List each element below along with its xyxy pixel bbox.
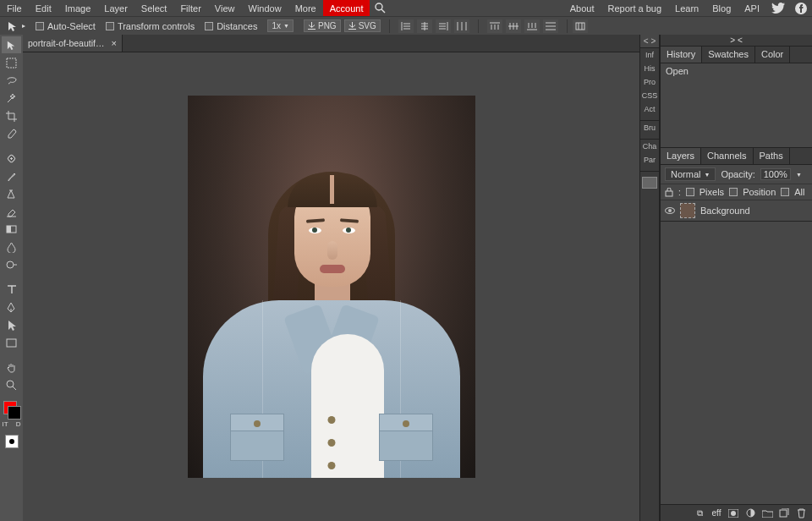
history-row[interactable]: Open [666,65,807,77]
more-align-icon[interactable] [573,19,588,33]
layer-row[interactable]: Background [665,203,808,218]
tool-indicator-icon: ▸ [3,20,29,32]
tab-paths[interactable]: Paths [754,148,790,164]
background-color[interactable] [8,406,21,420]
hand-tool[interactable] [2,359,21,376]
lock-position-checkbox[interactable] [729,188,738,196]
twitter-icon[interactable] [766,3,790,14]
menu-window[interactable]: Window [242,0,288,16]
lock-pixels-checkbox[interactable] [686,188,694,196]
collapsed-brush[interactable]: Bru [640,121,659,134]
pen-tool[interactable] [2,299,21,315]
menu-image[interactable]: Image [58,0,98,16]
layer-effects-icon[interactable]: eff [710,508,722,518]
menu-report-bug[interactable]: Report a bug [601,1,668,16]
move-tool[interactable] [2,36,21,53]
gradient-tool[interactable] [2,221,21,238]
collapsed-histogram[interactable]: His [640,62,659,75]
tab-channels[interactable]: Channels [701,148,753,164]
collapsed-paragraph[interactable]: Par [640,153,659,167]
tab-swatches[interactable]: Swatches [702,47,755,63]
document-tab[interactable]: portrait-of-beautiful-b… × [23,35,123,52]
eyedropper-tool[interactable] [2,125,21,142]
align-top-icon[interactable] [487,19,502,33]
path-select-tool[interactable] [2,316,21,333]
zoom-tool[interactable] [2,376,21,393]
distribute-v-icon[interactable] [543,19,558,33]
link-layers-icon[interactable]: ⧉ [694,508,705,518]
main-menu: File Edit Image Layer Select Filter View… [0,0,391,16]
canvas-area[interactable] [23,52,639,521]
collapsed-character[interactable]: Cha [640,140,659,153]
layer-mask-icon[interactable] [727,508,739,518]
menu-learn[interactable]: Learn [668,1,705,16]
facebook-icon[interactable] [790,3,812,14]
close-tab-icon[interactable]: × [112,38,117,48]
opacity-input[interactable]: 100% [760,168,791,180]
align-right-icon[interactable] [436,19,451,33]
align-bottom-icon[interactable] [524,19,540,33]
menu-more[interactable]: More [288,0,323,16]
quick-mask-toggle[interactable] [5,435,19,448]
transform-controls-toggle[interactable]: Transform controls [102,21,198,31]
layer-visibility-icon[interactable] [665,207,675,214]
collapsed-properties[interactable]: Pro [640,75,659,89]
eraser-tool[interactable] [2,203,21,220]
opacity-dropdown-icon[interactable]: ▼ [796,172,802,178]
healing-tool[interactable] [2,150,21,167]
marquee-tool[interactable] [2,54,21,71]
layer-thumbnail[interactable] [680,203,695,218]
menu-edit[interactable]: Edit [29,0,58,16]
adjustment-layer-icon[interactable] [744,508,756,518]
tab-layers[interactable]: Layers [661,148,701,164]
menu-account[interactable]: Account [323,0,370,16]
auto-select-toggle[interactable]: Auto-Select [32,21,99,31]
new-folder-icon[interactable] [761,508,773,518]
layers-footer: ⧉ eff [661,504,812,521]
search-icon[interactable] [370,0,391,16]
menu-select[interactable]: Select [134,0,174,16]
menu-about[interactable]: About [563,1,601,16]
collapsed-actions[interactable]: Act [640,102,659,116]
type-tool[interactable] [2,281,21,298]
dodge-tool[interactable] [2,256,21,273]
svg-rect-11 [666,191,672,196]
collapsed-info[interactable]: Inf [640,48,659,62]
menu-blog[interactable]: Blog [705,1,738,16]
menu-api[interactable]: API [738,1,766,16]
menu-file[interactable]: File [0,0,29,16]
align-center-h-icon[interactable] [417,19,432,33]
opacity-label: Opacity: [721,169,754,179]
lock-all-checkbox[interactable] [781,188,789,196]
crop-tool[interactable] [2,107,21,124]
blend-mode-select[interactable]: Normal▼ [665,167,716,181]
zoom-select[interactable]: 1x▼ [267,19,294,32]
menu-layer[interactable]: Layer [97,0,134,16]
shape-tool[interactable] [2,334,21,351]
collapsed-header[interactable]: < > [640,35,659,48]
lock-icon [665,188,673,197]
align-left-icon[interactable] [398,19,414,33]
align-center-v-icon[interactable] [506,19,521,33]
options-bar: ▸ Auto-Select Transform controls Distanc… [0,16,812,35]
tab-color[interactable]: Color [755,47,790,63]
brush-tool[interactable] [2,167,21,184]
lasso-tool[interactable] [2,72,21,89]
export-svg-button[interactable]: SVG [344,19,381,32]
distribute-h-icon[interactable] [454,19,469,33]
collapsed-css[interactable]: CSS [640,89,659,102]
navigator-thumb-icon[interactable] [642,177,657,189]
blur-tool[interactable] [2,239,21,255]
menu-filter[interactable]: Filter [173,0,207,16]
tab-history[interactable]: History [661,47,702,63]
right-panel-header[interactable]: > < [661,35,812,47]
menu-view[interactable]: View [208,0,242,16]
collapsed-panels: < > Inf His Pro CSS Act Bru Cha Par [639,35,660,521]
color-swatches[interactable] [3,401,21,420]
distances-toggle[interactable]: Distances [201,21,261,31]
delete-layer-icon[interactable] [795,508,807,518]
export-png-button[interactable]: PNG [304,19,341,32]
magic-wand-tool[interactable] [2,90,21,107]
new-layer-icon[interactable] [778,508,790,518]
clone-tool[interactable] [2,185,21,202]
